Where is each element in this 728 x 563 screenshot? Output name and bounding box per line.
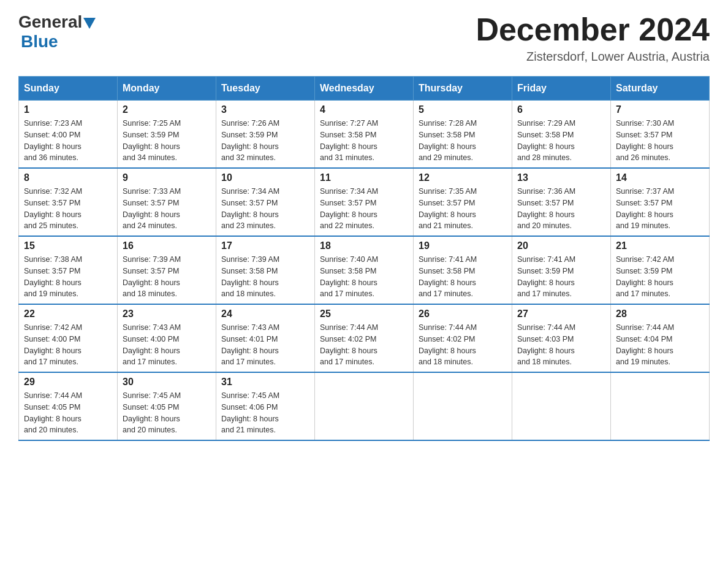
- calendar-cell: 7Sunrise: 7:30 AMSunset: 3:57 PMDaylight…: [611, 101, 710, 169]
- calendar-cell: 5Sunrise: 7:28 AMSunset: 3:58 PMDaylight…: [414, 101, 512, 169]
- calendar-table: SundayMondayTuesdayWednesdayThursdayFrid…: [18, 76, 710, 441]
- day-number: 19: [419, 240, 507, 251]
- day-header-thursday: Thursday: [414, 77, 512, 101]
- calendar-cell: 24Sunrise: 7:43 AMSunset: 4:01 PMDayligh…: [216, 304, 315, 372]
- calendar-week-5: 29Sunrise: 7:44 AMSunset: 4:05 PMDayligh…: [19, 372, 710, 440]
- calendar-cell: 15Sunrise: 7:38 AMSunset: 3:57 PMDayligh…: [19, 236, 118, 304]
- calendar-cell: 28Sunrise: 7:44 AMSunset: 4:04 PMDayligh…: [611, 304, 710, 372]
- calendar-cell: 4Sunrise: 7:27 AMSunset: 3:58 PMDaylight…: [315, 101, 414, 169]
- day-number: 29: [24, 377, 112, 388]
- day-number: 7: [616, 104, 704, 115]
- calendar-title: December 2024: [476, 12, 710, 47]
- calendar-cell: 17Sunrise: 7:39 AMSunset: 3:58 PMDayligh…: [216, 236, 315, 304]
- day-info: Sunrise: 7:26 AMSunset: 3:59 PMDaylight:…: [221, 118, 309, 164]
- day-number: 17: [221, 240, 309, 251]
- day-info: Sunrise: 7:42 AMSunset: 3:59 PMDaylight:…: [616, 254, 704, 300]
- calendar-week-4: 22Sunrise: 7:42 AMSunset: 4:00 PMDayligh…: [19, 304, 710, 372]
- day-info: Sunrise: 7:30 AMSunset: 3:57 PMDaylight:…: [616, 118, 704, 164]
- calendar-header: SundayMondayTuesdayWednesdayThursdayFrid…: [19, 77, 710, 101]
- title-area: December 2024 Zistersdorf, Lower Austria…: [476, 12, 710, 64]
- day-number: 26: [419, 308, 507, 320]
- calendar-cell: 21Sunrise: 7:42 AMSunset: 3:59 PMDayligh…: [611, 236, 710, 304]
- calendar-cell: 19Sunrise: 7:41 AMSunset: 3:58 PMDayligh…: [414, 236, 512, 304]
- calendar-cell: 8Sunrise: 7:32 AMSunset: 3:57 PMDaylight…: [19, 168, 118, 236]
- calendar-cell: 27Sunrise: 7:44 AMSunset: 4:03 PMDayligh…: [512, 304, 611, 372]
- header-row: SundayMondayTuesdayWednesdayThursdayFrid…: [19, 77, 710, 101]
- day-info: Sunrise: 7:32 AMSunset: 3:57 PMDaylight:…: [24, 186, 112, 232]
- day-number: 12: [419, 172, 507, 183]
- calendar-cell: 13Sunrise: 7:36 AMSunset: 3:57 PMDayligh…: [512, 168, 611, 236]
- calendar-cell: [414, 372, 512, 440]
- day-info: Sunrise: 7:44 AMSunset: 4:05 PMDaylight:…: [24, 390, 112, 436]
- calendar-cell: 25Sunrise: 7:44 AMSunset: 4:02 PMDayligh…: [315, 304, 414, 372]
- calendar-cell: 20Sunrise: 7:41 AMSunset: 3:59 PMDayligh…: [512, 236, 611, 304]
- calendar-cell: 23Sunrise: 7:43 AMSunset: 4:00 PMDayligh…: [118, 304, 216, 372]
- calendar-cell: 2Sunrise: 7:25 AMSunset: 3:59 PMDaylight…: [118, 101, 216, 169]
- day-info: Sunrise: 7:43 AMSunset: 4:00 PMDaylight:…: [123, 322, 211, 368]
- day-number: 30: [123, 377, 211, 388]
- day-info: Sunrise: 7:44 AMSunset: 4:02 PMDaylight:…: [320, 322, 408, 368]
- day-header-saturday: Saturday: [611, 77, 710, 101]
- calendar-subtitle: Zistersdorf, Lower Austria, Austria: [476, 50, 710, 64]
- day-number: 27: [517, 308, 605, 320]
- day-info: Sunrise: 7:33 AMSunset: 3:57 PMDaylight:…: [123, 186, 211, 232]
- calendar-body: 1Sunrise: 7:23 AMSunset: 4:00 PMDaylight…: [19, 101, 710, 441]
- day-info: Sunrise: 7:45 AMSunset: 4:06 PMDaylight:…: [221, 390, 309, 436]
- page-header: General Blue December 2024 Zistersdorf, …: [18, 12, 710, 64]
- day-info: Sunrise: 7:27 AMSunset: 3:58 PMDaylight:…: [320, 118, 408, 164]
- day-number: 21: [616, 240, 704, 251]
- day-header-tuesday: Tuesday: [216, 77, 315, 101]
- day-info: Sunrise: 7:41 AMSunset: 3:58 PMDaylight:…: [419, 254, 507, 300]
- day-number: 24: [221, 308, 309, 320]
- day-header-friday: Friday: [512, 77, 611, 101]
- day-info: Sunrise: 7:42 AMSunset: 4:00 PMDaylight:…: [24, 322, 112, 368]
- day-number: 1: [24, 104, 112, 115]
- calendar-week-3: 15Sunrise: 7:38 AMSunset: 3:57 PMDayligh…: [19, 236, 710, 304]
- day-number: 18: [320, 240, 408, 251]
- day-info: Sunrise: 7:39 AMSunset: 3:58 PMDaylight:…: [221, 254, 309, 300]
- day-info: Sunrise: 7:23 AMSunset: 4:00 PMDaylight:…: [24, 118, 112, 164]
- day-number: 4: [320, 104, 408, 115]
- day-info: Sunrise: 7:39 AMSunset: 3:57 PMDaylight:…: [123, 254, 211, 300]
- calendar-week-1: 1Sunrise: 7:23 AMSunset: 4:00 PMDaylight…: [19, 101, 710, 169]
- calendar-cell: 31Sunrise: 7:45 AMSunset: 4:06 PMDayligh…: [216, 372, 315, 440]
- logo-general-text: General: [18, 12, 82, 32]
- calendar-cell: 26Sunrise: 7:44 AMSunset: 4:02 PMDayligh…: [414, 304, 512, 372]
- calendar-cell: 10Sunrise: 7:34 AMSunset: 3:57 PMDayligh…: [216, 168, 315, 236]
- day-info: Sunrise: 7:28 AMSunset: 3:58 PMDaylight:…: [419, 118, 507, 164]
- day-info: Sunrise: 7:37 AMSunset: 3:57 PMDaylight:…: [616, 186, 704, 232]
- day-number: 5: [419, 104, 507, 115]
- day-info: Sunrise: 7:34 AMSunset: 3:57 PMDaylight:…: [221, 186, 309, 232]
- day-info: Sunrise: 7:25 AMSunset: 3:59 PMDaylight:…: [123, 118, 211, 164]
- calendar-cell: [512, 372, 611, 440]
- logo-blue-text: Blue: [21, 32, 58, 52]
- calendar-cell: 14Sunrise: 7:37 AMSunset: 3:57 PMDayligh…: [611, 168, 710, 236]
- day-number: 15: [24, 240, 112, 251]
- day-header-wednesday: Wednesday: [315, 77, 414, 101]
- day-number: 22: [24, 308, 112, 320]
- day-number: 6: [517, 104, 605, 115]
- calendar-cell: [315, 372, 414, 440]
- day-number: 13: [517, 172, 605, 183]
- day-info: Sunrise: 7:35 AMSunset: 3:57 PMDaylight:…: [419, 186, 507, 232]
- calendar-cell: 18Sunrise: 7:40 AMSunset: 3:58 PMDayligh…: [315, 236, 414, 304]
- day-number: 3: [221, 104, 309, 115]
- logo-triangle-icon: [83, 18, 96, 29]
- calendar-cell: 3Sunrise: 7:26 AMSunset: 3:59 PMDaylight…: [216, 101, 315, 169]
- calendar-week-2: 8Sunrise: 7:32 AMSunset: 3:57 PMDaylight…: [19, 168, 710, 236]
- day-header-monday: Monday: [118, 77, 216, 101]
- day-number: 11: [320, 172, 408, 183]
- day-number: 14: [616, 172, 704, 183]
- day-number: 8: [24, 172, 112, 183]
- day-number: 16: [123, 240, 211, 251]
- calendar-cell: 16Sunrise: 7:39 AMSunset: 3:57 PMDayligh…: [118, 236, 216, 304]
- day-number: 23: [123, 308, 211, 320]
- day-number: 31: [221, 377, 309, 388]
- day-info: Sunrise: 7:44 AMSunset: 4:04 PMDaylight:…: [616, 322, 704, 368]
- day-number: 20: [517, 240, 605, 251]
- calendar-cell: 29Sunrise: 7:44 AMSunset: 4:05 PMDayligh…: [19, 372, 118, 440]
- day-info: Sunrise: 7:45 AMSunset: 4:05 PMDaylight:…: [123, 390, 211, 436]
- logo: General Blue: [18, 12, 96, 52]
- day-info: Sunrise: 7:40 AMSunset: 3:58 PMDaylight:…: [320, 254, 408, 300]
- calendar-cell: 9Sunrise: 7:33 AMSunset: 3:57 PMDaylight…: [118, 168, 216, 236]
